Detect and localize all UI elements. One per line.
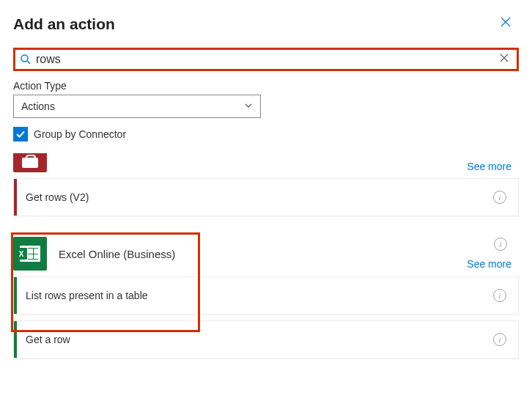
search-box[interactable] bbox=[13, 48, 519, 71]
connector-group-excel: Excel Online (Business) i See more bbox=[13, 237, 519, 271]
action-get-a-row[interactable]: Get a row i bbox=[13, 320, 519, 359]
see-more-link[interactable]: See more bbox=[467, 161, 519, 172]
sql-connector-icon bbox=[13, 153, 47, 172]
action-label: Get rows (V2) bbox=[17, 191, 493, 203]
search-icon bbox=[20, 54, 32, 65]
connector-group-sql: See more bbox=[13, 153, 519, 172]
page-title: Add an action bbox=[13, 15, 115, 33]
action-type-dropdown[interactable]: Actions bbox=[13, 95, 261, 118]
info-icon[interactable]: i bbox=[494, 238, 507, 251]
close-button[interactable] bbox=[497, 13, 519, 34]
clear-search-button[interactable] bbox=[496, 53, 512, 66]
group-by-connector-label: Group by Connector bbox=[34, 128, 126, 140]
action-type-value: Actions bbox=[21, 100, 55, 112]
close-icon bbox=[500, 16, 511, 28]
connector-name: Excel Online (Business) bbox=[59, 248, 175, 260]
group-by-connector-checkbox[interactable] bbox=[13, 127, 28, 142]
excel-connector-icon bbox=[13, 237, 47, 271]
see-more-link[interactable]: See more bbox=[467, 258, 519, 270]
panel-header: Add an action bbox=[13, 13, 519, 34]
svg-line-1 bbox=[27, 61, 30, 64]
action-list-rows-present[interactable]: List rows present in a table i bbox=[13, 276, 519, 315]
group-by-connector-row: Group by Connector bbox=[13, 127, 519, 142]
action-label: Get a row bbox=[17, 334, 493, 345]
svg-point-0 bbox=[21, 55, 28, 62]
close-icon bbox=[499, 53, 509, 63]
info-icon[interactable]: i bbox=[493, 333, 506, 346]
info-icon[interactable]: i bbox=[493, 191, 506, 204]
info-icon[interactable]: i bbox=[493, 289, 506, 302]
action-get-rows-v2[interactable]: Get rows (V2) i bbox=[13, 178, 519, 216]
action-label: List rows present in a table bbox=[17, 290, 493, 301]
chevron-down-icon bbox=[244, 100, 253, 112]
search-input[interactable] bbox=[36, 53, 496, 66]
action-type-label: Action Type bbox=[13, 80, 519, 92]
check-icon bbox=[15, 129, 26, 139]
